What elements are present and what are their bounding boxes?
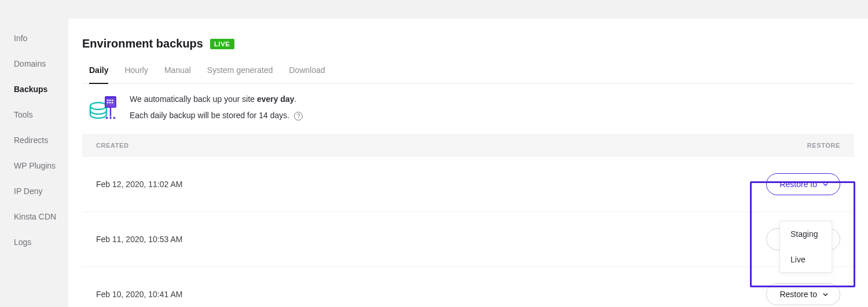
svg-rect-7: [109, 102, 111, 103]
tab-download[interactable]: Download: [289, 65, 325, 83]
tab-manual[interactable]: Manual: [164, 65, 191, 83]
sidebar-item-domains[interactable]: Domains: [14, 59, 68, 85]
restore-dropdown: Staging Live: [779, 221, 832, 273]
table-header: CREATED RESTORE: [82, 134, 854, 157]
tab-system-generated[interactable]: System generated: [207, 65, 273, 83]
col-created: CREATED: [96, 142, 129, 149]
sidebar-item-backups[interactable]: Backups: [14, 85, 68, 110]
tab-hourly[interactable]: Hourly: [124, 65, 148, 83]
col-restore: RESTORE: [807, 142, 840, 149]
main-panel: Environment backups LIVE Daily Hourly Ma…: [68, 19, 868, 307]
tabs: Daily Hourly Manual System generated Dow…: [82, 65, 854, 84]
sidebar-item-info[interactable]: Info: [14, 34, 68, 59]
sidebar-item-redirects[interactable]: Redirects: [14, 136, 68, 161]
created-timestamp: Feb 11, 2020, 10:53 AM: [96, 235, 182, 244]
sidebar-item-wp-plugins[interactable]: WP Plugins: [14, 161, 68, 187]
dropdown-option-live[interactable]: Live: [780, 247, 832, 272]
backup-illustration-icon: [89, 94, 118, 121]
table-row: Feb 10, 2020, 10:41 AM Restore to: [82, 267, 854, 307]
table-row: Feb 12, 2020, 11:02 AM Restore to: [82, 157, 854, 212]
svg-point-0: [90, 103, 106, 109]
tab-daily[interactable]: Daily: [89, 65, 108, 84]
chevron-down-icon: [823, 182, 828, 187]
svg-rect-4: [109, 100, 111, 101]
svg-rect-10: [105, 116, 108, 119]
page-title: Environment backups: [82, 37, 203, 50]
sidebar-item-kinsta-cdn[interactable]: Kinsta CDN: [14, 212, 68, 237]
chevron-down-icon: [823, 292, 828, 297]
info-line-2: Each daily backup will be stored for 14 …: [130, 111, 303, 120]
svg-rect-6: [107, 102, 108, 103]
svg-rect-12: [113, 116, 116, 119]
svg-rect-5: [112, 100, 113, 101]
svg-rect-11: [109, 116, 112, 119]
svg-rect-3: [107, 100, 108, 101]
info-line-1: We automatically back up your site every…: [130, 94, 303, 104]
created-timestamp: Feb 12, 2020, 11:02 AM: [96, 180, 182, 189]
restore-button[interactable]: Restore to: [766, 173, 840, 195]
sidebar-item-tools[interactable]: Tools: [14, 110, 68, 136]
help-icon[interactable]: ?: [294, 112, 303, 120]
sidebar: Info Domains Backups Tools Redirects WP …: [0, 0, 68, 307]
sidebar-item-ip-deny[interactable]: IP Deny: [14, 187, 68, 212]
table-row: Feb 11, 2020, 10:53 AM Restore to: [82, 212, 854, 267]
dropdown-option-staging[interactable]: Staging: [780, 221, 832, 247]
svg-rect-8: [112, 102, 113, 103]
restore-button[interactable]: Restore to: [766, 283, 840, 305]
env-badge: LIVE: [210, 39, 234, 49]
created-timestamp: Feb 10, 2020, 10:41 AM: [96, 290, 182, 299]
sidebar-item-logs[interactable]: Logs: [14, 237, 68, 263]
